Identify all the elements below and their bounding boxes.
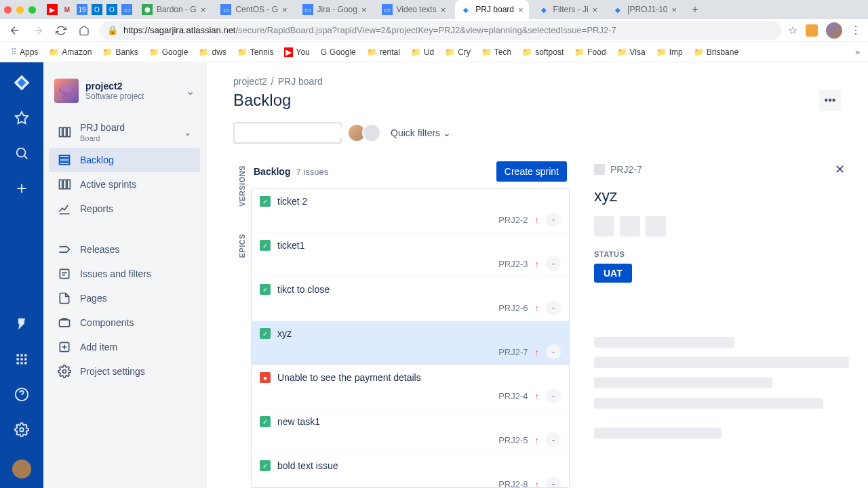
sidebar-item-releases[interactable]: Releases	[49, 237, 200, 262]
sidebar-item-backlog[interactable]: Backlog	[49, 148, 200, 172]
tab-icon-calendar[interactable]: 19	[77, 4, 87, 15]
detail-issue-title[interactable]: xyz	[594, 187, 849, 205]
sidebar-item-issues-filters[interactable]: Issues and filters	[49, 262, 200, 286]
bookmark-dws[interactable]: 📁dws	[196, 46, 229, 58]
sidebar-item-components[interactable]: Components	[49, 310, 200, 335]
close-icon[interactable]: ×	[593, 5, 598, 15]
back-button[interactable]	[7, 22, 23, 39]
breadcrumb-project[interactable]: project2	[233, 76, 267, 87]
detail-action-button[interactable]	[620, 216, 640, 237]
assignee-none-icon[interactable]: -	[546, 212, 561, 227]
tab-bardon[interactable]: ⬢Bardon - G×	[136, 0, 211, 19]
tab-filters[interactable]: ◆Filters - Ji×	[533, 0, 604, 19]
tab-jira-doc[interactable]: ▭Jira - Goog×	[297, 0, 372, 19]
issue-row[interactable]: bold text issue PRJ2-8↑-	[252, 453, 569, 488]
search-icon[interactable]	[11, 142, 33, 164]
issue-row[interactable]: xyz PRJ2-7↑-	[252, 321, 569, 365]
backlog-issue-list[interactable]: ticket 2 PRJ2-2↑- ticket1 PRJ2-3↑- tikct…	[251, 188, 570, 488]
bookmark-amazon[interactable]: 📁Amazon	[46, 46, 94, 58]
bookmark-food[interactable]: 📁Food	[572, 46, 608, 58]
close-icon[interactable]: ×	[282, 5, 288, 15]
close-icon[interactable]: ×	[441, 5, 446, 15]
tab-proj1[interactable]: ◆[PROJ1-10×	[607, 0, 682, 19]
bookmark-apps[interactable]: ⠿Apps	[8, 46, 41, 58]
bookmark-google2[interactable]: GGoogle	[318, 46, 359, 58]
forward-button[interactable]	[30, 22, 46, 39]
bookmark-visa[interactable]: 📁Visa	[614, 46, 648, 58]
breadcrumb-board[interactable]: PRJ board	[278, 76, 323, 87]
tab-icon-outlook2[interactable]: O	[106, 4, 117, 15]
bookmark-banks[interactable]: 📁Banks	[100, 46, 140, 58]
detail-issue-key[interactable]: PRJ2-7	[610, 164, 642, 175]
assignee-none-icon[interactable]: -	[546, 432, 561, 447]
issue-row[interactable]: tikct to close PRJ2-6↑-	[252, 277, 569, 321]
search-input[interactable]	[233, 122, 342, 144]
sidebar-item-pages[interactable]: Pages	[49, 286, 200, 310]
create-sprint-button[interactable]: Create sprint	[496, 161, 567, 182]
sidebar-item-project-settings[interactable]: Project settings	[49, 359, 200, 384]
versions-panel-tab[interactable]: VERSIONS	[238, 165, 246, 207]
project-switcher[interactable]: 👾 project2 Software project ⌄	[43, 73, 205, 117]
epics-panel-tab[interactable]: EPICS	[238, 234, 246, 258]
bookmark-tech[interactable]: 📁Tech	[479, 46, 514, 58]
bookmark-cry[interactable]: 📁Cry	[442, 46, 473, 58]
home-button[interactable]	[76, 22, 92, 39]
extension-icon[interactable]	[806, 24, 818, 37]
search-field[interactable]	[240, 127, 359, 138]
assignee-none-icon[interactable]: -	[546, 388, 561, 403]
issue-type-icon[interactable]	[594, 164, 605, 175]
window-controls[interactable]	[4, 6, 36, 14]
new-tab-button[interactable]: +	[686, 3, 703, 16]
create-icon[interactable]	[11, 178, 33, 199]
assignee-none-icon[interactable]: -	[546, 256, 561, 271]
sidebar-item-add-item[interactable]: Add item	[49, 335, 200, 359]
tab-icon-youtube[interactable]: ▶	[47, 4, 58, 15]
status-dropdown[interactable]: UAT	[594, 264, 632, 283]
more-actions-button[interactable]: •••	[819, 89, 841, 111]
bookmark-brisbane[interactable]: 📁Brisbane	[691, 46, 741, 58]
bookmark-ud[interactable]: 📁Ud	[408, 46, 437, 58]
detail-action-button[interactable]	[646, 216, 666, 237]
assignee-none-icon[interactable]: -	[546, 344, 561, 359]
detail-action-button[interactable]	[594, 216, 614, 237]
tab-centos[interactable]: ▭CentOS - G×	[215, 0, 292, 19]
bookmark-you[interactable]: ▶You	[281, 46, 312, 58]
chrome-menu-icon[interactable]: ⋮	[850, 24, 861, 37]
close-icon[interactable]: ×	[361, 5, 367, 15]
settings-icon[interactable]	[11, 419, 33, 441]
chevron-down-icon[interactable]: ⌄	[184, 127, 192, 138]
bookmarks-overflow-icon[interactable]: »	[855, 47, 860, 57]
star-icon[interactable]	[11, 107, 33, 129]
issue-row[interactable]: Unable to see the payment details PRJ2-4…	[252, 365, 569, 409]
sidebar-item-active-sprints[interactable]: Active sprints	[49, 172, 200, 197]
assignee-none-icon[interactable]: -	[546, 300, 561, 315]
notification-icon[interactable]	[11, 313, 33, 335]
app-switcher-icon[interactable]	[11, 348, 33, 370]
address-bar[interactable]: 🔒 https://sagarjira.atlassian.net/secure…	[99, 21, 781, 40]
chrome-profile-avatar[interactable]	[826, 22, 842, 39]
sidebar-item-reports[interactable]: Reports	[49, 197, 200, 221]
bookmark-imp[interactable]: 📁Imp	[654, 46, 686, 58]
quick-filters-dropdown[interactable]: Quick filters ⌄	[391, 127, 451, 138]
bookmark-star-icon[interactable]: ☆	[788, 24, 797, 37]
close-icon[interactable]: ×	[672, 5, 677, 15]
bookmark-tennis[interactable]: 📁Tennis	[235, 46, 277, 58]
close-icon[interactable]: ×	[201, 5, 206, 15]
assignee-none-icon[interactable]: -	[546, 476, 561, 488]
tab-icon-outlook1[interactable]: O	[92, 4, 102, 15]
tab-prj-board[interactable]: ◆PRJ board×	[455, 0, 528, 19]
issue-row[interactable]: new task1 PRJ2-5↑-	[252, 409, 569, 453]
tab-icon-gmail[interactable]: M	[62, 4, 73, 15]
assignee-filter[interactable]	[351, 123, 381, 142]
close-icon[interactable]: ×	[518, 5, 524, 15]
reload-button[interactable]	[53, 22, 69, 39]
bookmark-google[interactable]: 📁Google	[146, 46, 191, 58]
user-avatar[interactable]	[12, 460, 31, 479]
issue-row[interactable]: ticket 2 PRJ2-2↑-	[252, 189, 569, 233]
close-panel-button[interactable]: ✕	[830, 160, 849, 179]
avatar-unassigned-icon[interactable]	[362, 123, 381, 142]
tab-icon-gdocs[interactable]: ▭	[121, 4, 132, 15]
issue-row[interactable]: ticket1 PRJ2-3↑-	[252, 233, 569, 277]
bookmark-softpost[interactable]: 📁softpost	[519, 46, 566, 58]
sidebar-item-board[interactable]: PRJ board Board ⌄	[49, 117, 200, 148]
